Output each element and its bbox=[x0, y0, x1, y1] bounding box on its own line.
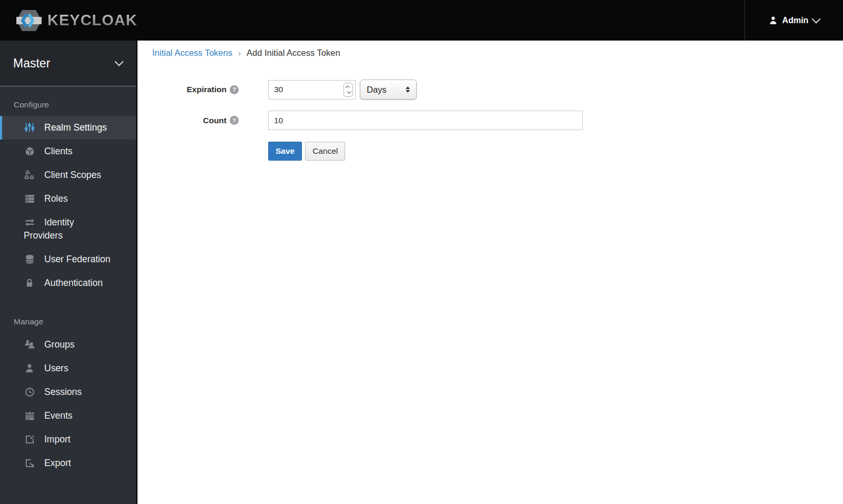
question-icon[interactable] bbox=[230, 85, 239, 94]
keycloak-logo[interactable]: KEYCLOAK bbox=[0, 9, 138, 32]
import-icon bbox=[24, 433, 35, 445]
count-label: Count bbox=[203, 116, 227, 125]
sidebar-item-label: Users bbox=[44, 363, 68, 373]
save-button[interactable]: Save bbox=[268, 142, 302, 161]
group-icon bbox=[24, 339, 35, 350]
sidebar-item-events[interactable]: Events bbox=[0, 404, 136, 428]
sidebar-item-export[interactable]: Export bbox=[0, 451, 136, 475]
sidebar-item-sessions[interactable]: Sessions bbox=[0, 380, 136, 404]
export-icon bbox=[24, 457, 35, 469]
breadcrumb-separator: › bbox=[232, 48, 247, 57]
expiration-row: Expiration Days bbox=[152, 80, 843, 100]
clock-icon bbox=[24, 386, 35, 398]
cubes-icon bbox=[24, 169, 35, 181]
top-navbar: KEYCLOAK Admin bbox=[0, 0, 843, 41]
configure-section: Configure Realm Settings bbox=[0, 86, 136, 295]
sidebar-item-groups[interactable]: Groups bbox=[0, 333, 136, 357]
chevron-down-icon bbox=[115, 57, 124, 66]
cancel-button[interactable]: Cancel bbox=[305, 142, 345, 161]
user-menu[interactable]: Admin bbox=[744, 0, 843, 41]
user-icon bbox=[24, 362, 35, 374]
sidebar-item-authentication[interactable]: Authentication bbox=[0, 271, 136, 295]
breadcrumb: Initial Access Tokens › Add Initial Acce… bbox=[152, 48, 843, 58]
user-menu-label: Admin bbox=[782, 16, 809, 25]
manage-section: Manage Groups bbox=[0, 303, 136, 475]
add-initial-access-token-form: Expiration Days bbox=[152, 80, 843, 161]
chevron-down-icon bbox=[812, 14, 821, 23]
breadcrumb-current: Add Initial Access Token bbox=[247, 48, 340, 58]
cube-icon bbox=[24, 145, 35, 157]
expiration-unit-value: Days bbox=[367, 85, 387, 95]
expiration-input[interactable] bbox=[268, 80, 356, 100]
server-icon bbox=[24, 193, 35, 204]
sidebar-item-label: Export bbox=[44, 458, 71, 468]
realm-selector[interactable]: Master bbox=[0, 41, 136, 86]
realm-name: Master bbox=[13, 56, 50, 71]
main-content: Initial Access Tokens › Add Initial Acce… bbox=[138, 41, 843, 504]
sliders-icon bbox=[24, 122, 35, 133]
select-arrows-icon bbox=[406, 86, 410, 93]
calendar-icon bbox=[24, 410, 35, 421]
brand-title: KEYCLOAK bbox=[47, 12, 138, 29]
sidebar-item-realm-settings[interactable]: Realm Settings bbox=[0, 116, 136, 140]
expiration-unit-select[interactable]: Days bbox=[360, 80, 417, 100]
sidebar-item-users[interactable]: Users bbox=[0, 357, 136, 380]
sidebar-item-label: Roles bbox=[44, 193, 68, 204]
sidebar-item-label: Authentication bbox=[44, 278, 103, 288]
sidebar-item-label: Events bbox=[44, 410, 73, 421]
chevron-down-icon bbox=[347, 89, 351, 93]
sidebar-item-clients[interactable]: Clients bbox=[0, 140, 136, 163]
form-actions: Save Cancel bbox=[268, 142, 843, 161]
exchange-arrows-icon bbox=[24, 216, 35, 228]
sidebar-item-label: Import bbox=[44, 434, 71, 444]
sidebar: Master Configure bbox=[0, 41, 138, 504]
database-icon bbox=[24, 253, 35, 265]
sidebar-item-identity-providers[interactable]: Identity Providers bbox=[0, 211, 136, 248]
sidebar-item-label: Realm Settings bbox=[44, 122, 107, 133]
sidebar-item-label: Client Scopes bbox=[44, 170, 101, 180]
sidebar-item-user-federation[interactable]: User Federation bbox=[0, 248, 136, 271]
sidebar-item-import[interactable]: Import bbox=[0, 428, 136, 451]
sidebar-item-label: Clients bbox=[44, 146, 73, 156]
sidebar-item-roles[interactable]: Roles bbox=[0, 187, 136, 211]
sidebar-item-label: Sessions bbox=[44, 387, 82, 397]
section-label-configure: Configure bbox=[0, 86, 136, 116]
breadcrumb-link-initial-access-tokens[interactable]: Initial Access Tokens bbox=[152, 48, 232, 58]
keycloak-logo-icon bbox=[16, 9, 42, 32]
expiration-stepper[interactable] bbox=[344, 83, 353, 97]
sidebar-item-client-scopes[interactable]: Client Scopes bbox=[0, 163, 136, 187]
sidebar-item-label: Groups bbox=[44, 339, 74, 350]
expiration-label: Expiration bbox=[187, 85, 227, 94]
lock-icon bbox=[24, 277, 35, 289]
sidebar-item-label: User Federation bbox=[44, 254, 110, 264]
count-input[interactable] bbox=[268, 111, 583, 130]
question-icon[interactable] bbox=[230, 116, 239, 125]
section-label-manage: Manage bbox=[0, 303, 136, 333]
user-icon bbox=[769, 16, 778, 25]
count-row: Count bbox=[152, 111, 843, 130]
